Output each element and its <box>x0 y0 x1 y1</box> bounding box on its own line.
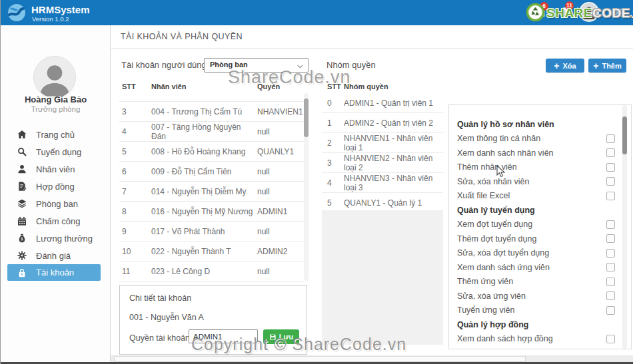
sidebar-item[interactable]: Tài khoản <box>7 264 101 281</box>
sidebar-item-label: Tài khoản <box>36 268 74 277</box>
table-row[interactable]: 10 022 - Nguyễn Thành T ADMIN2 <box>119 242 304 262</box>
top-bar: HRMSystem Version 1.0.2 6 11 SHARECODE.v… <box>1 0 633 25</box>
sidebar-item-label: Chấm công <box>36 216 80 226</box>
sidebar-item[interactable]: Nhân viên <box>1 160 111 178</box>
save-button[interactable]: Lưu <box>263 329 299 344</box>
permission-input[interactable] <box>189 329 258 343</box>
app-title: HRMSystem <box>31 4 90 15</box>
sidebar-item-label: Phòng ban <box>36 199 78 209</box>
sidebar-item[interactable]: Hợp đồng <box>1 178 111 195</box>
sidebar-item[interactable]: Phòng ban <box>1 195 111 212</box>
permission-label: Thêm ứng viên <box>457 277 606 286</box>
permission-row: Xem danh sách ứng viên <box>449 260 631 275</box>
topbar-divider <box>577 7 578 19</box>
permission-label: Xem đợt tuyển dụng <box>457 220 606 229</box>
contract-icon <box>17 181 27 192</box>
notifications-badge: 11 <box>565 1 574 10</box>
permission-row: Xem đợt tuyển dụng <box>449 218 631 232</box>
permission-field-label: Quyền tài khoản <box>129 333 190 343</box>
permission-checkbox[interactable] <box>606 163 615 172</box>
sidebar-item[interactable]: Chấm công <box>1 212 111 230</box>
money-bag-icon <box>17 233 27 244</box>
add-button[interactable]: Thêm <box>588 59 626 73</box>
department-select[interactable]: Phòng ban <box>204 58 309 73</box>
permission-checkbox[interactable] <box>606 335 615 343</box>
sidebar-avatar <box>33 56 76 98</box>
permission-checkbox[interactable] <box>606 249 615 258</box>
permission-checkbox[interactable] <box>606 306 615 315</box>
permission-row: Sửa, xóa đợt tuyển dụng <box>449 246 631 261</box>
app-logo-icon <box>7 3 27 23</box>
permission-row: Quản lý hồ sơ nhân viên <box>449 117 631 132</box>
permission-checkbox[interactable] <box>606 277 615 286</box>
permission-label: Xem danh sách ứng viên <box>457 263 606 272</box>
table-row[interactable]: 2 NHANVIEN1 - Nhân viên loại 1 <box>322 133 443 153</box>
permission-label: Quản lý hồ sơ nhân viên <box>457 120 606 129</box>
permission-row: Thêm đợt tuyển dụng <box>449 232 631 246</box>
user-role: Trưởng phòng <box>1 105 111 113</box>
permission-checkbox[interactable] <box>606 291 615 300</box>
table-row[interactable]: 6 009 - Đỗ Thị Cẩm Tiên null <box>119 162 304 182</box>
table-row[interactable]: 0 ADMIN1 - Quản trị viên 1 <box>322 93 443 113</box>
permission-row: Quản lý hợp đồng <box>449 317 631 332</box>
table-row[interactable]: 3 004 - Trương Thị Cẩm Tú NHANVIEN1 <box>119 102 304 122</box>
table-row[interactable]: 11 023 - Lê Công D null <box>119 262 304 281</box>
groups-label: Nhóm quyền <box>326 60 376 70</box>
table-row-partial[interactable] <box>119 93 304 102</box>
sidebar-item[interactable]: Tuyển dụng <box>1 143 111 160</box>
page-title-bar: TÀI KHOẢN VÀ PHÂN QUYỀN <box>111 25 633 49</box>
permission-checkbox[interactable] <box>606 148 615 157</box>
home-icon <box>17 129 27 140</box>
accounts-table-header: STT Nhân viên Quyền <box>119 80 304 93</box>
app-version: Version 1.0.2 <box>32 15 69 23</box>
permission-label: Sửa, xóa nhân viên <box>457 177 606 186</box>
messages-badge: 6 <box>540 2 548 11</box>
sidebar-item-label: Hợp đồng <box>36 182 75 192</box>
permission-checkbox[interactable] <box>606 177 615 186</box>
gear-icon <box>17 250 27 261</box>
layers-icon <box>17 198 27 209</box>
permissions-scrollbar[interactable] <box>622 105 627 349</box>
chevron-down-icon <box>296 61 305 70</box>
permission-label: Xem danh sách hợp đồng <box>457 334 606 343</box>
groups-table-header: STT Nhóm quyền <box>322 80 443 93</box>
permission-row: Thêm ứng viên <box>449 275 631 289</box>
table-row[interactable]: 1 ADMIN2 - Quản trị viên 2 <box>322 113 443 133</box>
table-row[interactable]: 8 016 - Nguyễn Thị Mỹ Nương ADMIN1 <box>119 202 304 222</box>
permission-row: Thêm nhân viên <box>449 160 631 175</box>
plus-icon <box>593 61 598 71</box>
table-row[interactable]: 4 NHANVIEN3 - Nhân viên loại 3 <box>322 173 443 193</box>
permission-label: Thêm đợt tuyển dụng <box>457 234 606 244</box>
accounts-scrollbar[interactable] <box>304 93 309 281</box>
sidebar-item-label: Lương thưởng <box>36 234 93 244</box>
sidebar-item[interactable]: Lương thưởng <box>1 230 111 247</box>
permission-label: Xem danh sách nhân viên <box>457 148 606 158</box>
sidebar-item-label: Trang chủ <box>36 130 75 140</box>
permission-row: Tuyển ứng viên <box>449 303 631 318</box>
sidebar-item[interactable]: Đánh giá <box>1 247 111 264</box>
permission-row: Xem thông tin cá nhân <box>449 132 631 146</box>
calendar-icon <box>17 216 27 226</box>
permission-row: Sửa, xóa nhân viên <box>449 174 631 189</box>
permission-checkbox[interactable] <box>606 192 615 200</box>
permission-checkbox[interactable] <box>606 234 615 243</box>
delete-button[interactable]: Xóa <box>546 59 584 73</box>
permission-checkbox[interactable] <box>606 263 615 272</box>
table-row[interactable]: 9 017 - Võ Phát Thành null <box>119 222 304 242</box>
permission-checkbox[interactable] <box>606 134 615 143</box>
permission-label: Thêm nhân viên <box>457 162 606 172</box>
save-floppy-icon <box>269 333 277 341</box>
detail-account-name: 001 - Nguyễn Văn A <box>129 313 204 322</box>
close-icon[interactable] <box>611 6 624 19</box>
sidebar-item-label: Đánh giá <box>36 251 71 261</box>
table-row[interactable]: 7 014 - Nguyễn Thị Diễm My null <box>119 182 304 202</box>
sidebar-item[interactable]: Trang chủ <box>1 126 111 143</box>
permission-label: Quản lý hợp đồng <box>457 320 606 329</box>
permission-checkbox[interactable] <box>606 220 615 229</box>
accounts-table: STT Nhân viên Quyền 3 004 - Trương Thị C… <box>119 80 304 281</box>
avatar[interactable] <box>579 2 599 22</box>
hrm-window: HRMSystem Version 1.0.2 6 11 SHARECODE.v… <box>0 0 633 364</box>
table-row[interactable]: 4 007 - Tăng Hồng Nguyên Đán null <box>119 122 304 142</box>
table-row[interactable]: 5 008 - Hồ Đỗ Hoàng Khang QUANLY1 <box>119 142 304 162</box>
table-row[interactable]: 3 NHANVIEN2 - Nhân viên loại 2 <box>322 153 443 173</box>
